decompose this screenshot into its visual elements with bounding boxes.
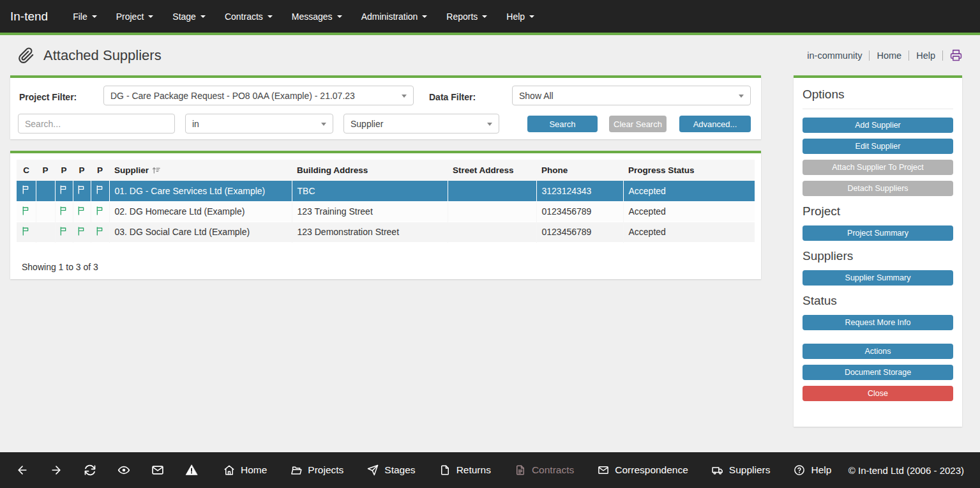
project-summary-button[interactable]: Project Summary [803, 225, 953, 241]
refresh-icon[interactable] [84, 464, 96, 477]
separator [908, 50, 909, 61]
page-title: Attached Suppliers [43, 47, 162, 64]
column-header-c-1[interactable]: C [17, 160, 36, 181]
chevron-down-icon [268, 15, 273, 18]
column-header-street-address[interactable]: Street Address [448, 160, 536, 181]
request-more-info-button[interactable]: Request More Info [803, 315, 953, 330]
forward-arrow-icon[interactable] [50, 464, 63, 477]
flag-cell [55, 201, 73, 222]
mail-icon[interactable] [151, 464, 164, 477]
clear-search-button[interactable]: Clear Search [609, 116, 667, 132]
chevron-down-icon [422, 15, 427, 18]
chevron-down-icon [529, 15, 534, 18]
header-link-help[interactable]: Help [916, 50, 935, 61]
menu-contracts[interactable]: Contracts [215, 6, 282, 27]
footer-item-label: Contracts [532, 464, 574, 476]
table-row[interactable]: 03. DG Social Care Ltd (Example)123 Demo… [17, 222, 755, 242]
edit-supplier-button[interactable]: Edit Supplier [803, 139, 953, 154]
cell-supplier: 02. DG Homecare Ltd (Example) [109, 201, 292, 222]
menu-label: Contracts [225, 11, 263, 22]
menu-label: Reports [446, 11, 478, 22]
printer-icon[interactable] [950, 49, 962, 61]
data-filter-label: Data Filter: [429, 92, 476, 102]
column-header-progress-status[interactable]: Progress Status [623, 160, 755, 181]
header-link-home[interactable]: Home [877, 50, 901, 61]
footer-icon-buttons [16, 464, 198, 477]
footer-item-suppliers[interactable]: Suppliers [712, 464, 771, 476]
attach-supplier-to-project-button[interactable]: Attach Supplier To Project [803, 160, 953, 175]
table-summary: Showing 1 to 3 of 3 [22, 262, 761, 272]
back-arrow-icon[interactable] [16, 464, 29, 477]
search-field-select[interactable]: Supplier [343, 114, 499, 133]
flag-cell [36, 222, 55, 242]
menu-reports[interactable]: Reports [437, 6, 497, 27]
menu-project[interactable]: Project [107, 6, 163, 27]
flag-cell [91, 222, 109, 242]
cell-progress-status: Accepted [623, 201, 755, 222]
footer-nav: HomeProjectsStagesReturnsContractsCorres… [223, 464, 831, 476]
menu-label: Stage [172, 11, 196, 22]
table-row[interactable]: 01. DG - Care Services Ltd (Example)TBC3… [17, 181, 755, 201]
column-header-p-5[interactable]: P [91, 160, 109, 181]
sidebar-section-project: ProjectProject Summary [803, 204, 953, 241]
document-storage-button[interactable]: Document Storage [803, 365, 953, 380]
menu-administration[interactable]: Administration [352, 6, 437, 27]
main-menu: FileProjectStageContractsMessagesAdminis… [63, 6, 544, 27]
flag-cell [55, 181, 73, 201]
detach-suppliers-button[interactable]: Detach Suppliers [803, 181, 953, 196]
folder-open-icon [290, 464, 302, 476]
menu-label: Messages [292, 11, 333, 22]
footer-bar: HomeProjectsStagesReturnsContractsCorres… [0, 452, 980, 488]
footer-item-home[interactable]: Home [223, 464, 267, 476]
column-header-p-2[interactable]: P [36, 160, 55, 181]
header-link-in-community[interactable]: in-community [807, 50, 862, 61]
search-operator-select[interactable]: in [185, 114, 333, 133]
footer-item-returns[interactable]: Returns [439, 464, 491, 476]
flag-cell [73, 201, 91, 222]
data-filter-select[interactable]: Show All [512, 86, 751, 105]
chevron-down-icon [739, 95, 744, 98]
file-contract-icon [515, 464, 526, 476]
menu-help[interactable]: Help [497, 6, 544, 27]
flag-icon [59, 185, 69, 195]
footer-item-help[interactable]: Help [794, 464, 831, 476]
page-header: Attached Suppliers in-communityHomeHelp [0, 35, 980, 75]
paperclip-icon [18, 47, 34, 64]
home-icon [223, 464, 235, 476]
chevron-down-icon [487, 123, 492, 126]
chevron-down-icon [337, 15, 342, 18]
menu-label: File [73, 11, 87, 22]
footer-item-label: Returns [456, 464, 491, 476]
menu-file[interactable]: File [63, 6, 107, 27]
project-filter-select[interactable]: DG - Care Package Request - PO8 0AA (Exa… [103, 86, 414, 105]
copyright-text: © In-tend Ltd (2006 - 2023) [848, 465, 964, 476]
column-header-p-3[interactable]: P [55, 160, 73, 181]
warning-icon[interactable] [185, 464, 198, 477]
column-header-supplier[interactable]: Supplier [109, 160, 292, 181]
footer-item-projects[interactable]: Projects [290, 464, 343, 476]
menu-stage[interactable]: Stage [163, 6, 215, 27]
sidebar: OptionsAdd SupplierEdit SupplierAttach S… [794, 75, 962, 427]
footer-item-stages[interactable]: Stages [367, 464, 415, 476]
table-row[interactable]: 02. DG Homecare Ltd (Example)123 Trainin… [17, 201, 755, 222]
menu-messages[interactable]: Messages [282, 6, 352, 27]
column-header-building-address[interactable]: Building Address [292, 160, 448, 181]
cell-street-address [448, 201, 536, 222]
add-supplier-button[interactable]: Add Supplier [803, 118, 953, 133]
sidebar-heading-options: Options [803, 88, 953, 109]
header-links: in-communityHomeHelp [807, 49, 962, 61]
app-brand[interactable]: In-tend [10, 10, 48, 24]
flag-icon [21, 185, 31, 195]
actions-button[interactable]: Actions [803, 344, 953, 359]
footer-item-correspondence[interactable]: Correspondence [598, 464, 688, 476]
eye-icon[interactable] [117, 464, 130, 477]
column-header-p-4[interactable]: P [73, 160, 91, 181]
flag-icon [95, 185, 105, 195]
column-label: Supplier [114, 165, 149, 175]
advanced-button[interactable]: Advanced... [679, 116, 751, 132]
column-header-phone[interactable]: Phone [536, 160, 623, 181]
search-input[interactable] [18, 114, 175, 133]
close-button[interactable]: Close [803, 386, 953, 401]
search-button[interactable]: Search [527, 116, 598, 132]
supplier-summary-button[interactable]: Supplier Summary [803, 270, 953, 286]
